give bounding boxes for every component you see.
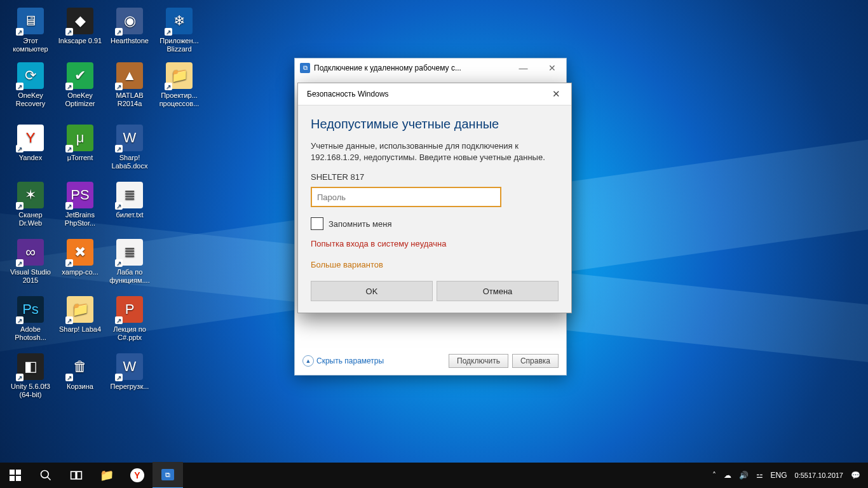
svg-rect-3 (16, 476, 21, 481)
desktop-icon-label: Unity 5.6.0f3 (64-bit) (6, 383, 55, 399)
desktop-icon-label: μTorrent (56, 154, 104, 162)
shortcut-arrow-icon: ↗ (16, 374, 24, 381)
shortcut-arrow-icon: ↗ (115, 202, 123, 210)
rdp-help-button[interactable]: Справка (512, 354, 559, 368)
unity-icon: ◧↗ (17, 353, 44, 380)
remember-label: Запомнить меня (329, 219, 391, 229)
rdp-connect-button[interactable]: Подключить (449, 354, 508, 368)
shortcut-arrow-icon: ↗ (16, 259, 24, 267)
svg-rect-6 (71, 471, 76, 479)
desktop-icon-word-sharp[interactable]: W↗Sharp! Laba5.docx (105, 125, 154, 170)
credentials-heading: Недопустимые учетные данные (311, 117, 559, 132)
desktop-icon-txt-laba[interactable]: ≣↗Лаба по функциям.... (105, 239, 154, 285)
desktop-icon-recycle[interactable]: 🗑↗Корзина (56, 353, 104, 391)
onekey-rec-icon: ⟳↗ (17, 62, 44, 89)
remember-me-option[interactable]: Запомнить меня (311, 217, 559, 230)
desktop-icon-word-per[interactable]: W↗Перегрузк... (105, 353, 154, 391)
rdp-title-text: Подключение к удаленному рабочему с... (314, 64, 461, 72)
rdp-minimize-button[interactable]: — (509, 58, 538, 78)
taskbar-yandex[interactable]: Y (122, 463, 153, 488)
shortcut-arrow-icon: ↗ (115, 145, 123, 152)
desktop-icon-label: Сканер Dr.Web (6, 211, 55, 227)
tray-clock[interactable]: 0:55 17.10.2017 (791, 463, 847, 488)
desktop-icon-unity[interactable]: ◧↗Unity 5.6.0f3 (64-bit) (6, 353, 55, 399)
task-view-button[interactable] (61, 463, 92, 488)
desktop-icon-label: Yandex (6, 154, 55, 162)
tray-network-icon[interactable]: ⚍ (752, 463, 767, 488)
desktop-icon-yandex[interactable]: Y↗Yandex (6, 125, 55, 162)
tray-language[interactable]: ENG (767, 463, 791, 488)
desktop-icon-xampp[interactable]: ✖↗xampp-co... (56, 239, 104, 276)
shortcut-arrow-icon: ↗ (16, 83, 24, 90)
shortcut-arrow-icon: ↗ (16, 316, 24, 324)
desktop-icon-onekey-rec[interactable]: ⟳↗OneKey Recovery (6, 62, 55, 108)
taskbar: 📁 Y ⧉ ˄ ☁ 🔊 ⚍ ENG 0:55 17.10.2017 💬 (0, 463, 868, 488)
desktop-icon-vs2015[interactable]: ∞↗Visual Studio 2015 (6, 239, 55, 285)
remember-checkbox[interactable] (311, 217, 323, 230)
taskbar-rdp[interactable]: ⧉ (153, 462, 183, 488)
rdp-close-button[interactable]: ✕ (538, 58, 566, 78)
more-options-link[interactable]: Больше вариантов (311, 260, 383, 269)
desktop-icon-label: JetBrains PhpStor... (56, 211, 104, 227)
ok-button[interactable]: OK (311, 281, 433, 301)
shortcut-arrow-icon: ↗ (65, 28, 73, 36)
desktop-icon-utorrent[interactable]: μ↗μTorrent (56, 125, 104, 162)
desktop-icon-drweb[interactable]: ✶↗Сканер Dr.Web (6, 182, 55, 227)
phpstorm-icon: PS↗ (67, 182, 93, 208)
desktop-icon-label: Корзина (56, 383, 104, 391)
svg-line-5 (48, 477, 51, 480)
cancel-button[interactable]: Отмена (437, 281, 559, 301)
rdp-hide-params-link[interactable]: ▲ Скрыть параметры (302, 355, 384, 367)
desktop-icon-photoshop[interactable]: Ps↗Adobe Photosh... (6, 296, 55, 342)
desktop-icon-folder-sharp[interactable]: 📁↗Sharp! Laba4 (56, 296, 104, 334)
desktop-icon-ppt[interactable]: P↗Лекция по C#.pptx (105, 296, 154, 342)
taskbar-explorer[interactable]: 📁 (92, 463, 122, 488)
desktop-icon-onekey-opt[interactable]: ✔↗OneKey Optimizer (56, 62, 104, 108)
rdp-icon: ⧉ (300, 63, 310, 73)
desktop-icon-inkscape[interactable]: ◆↗Inkscape 0.91 (56, 8, 104, 45)
shortcut-arrow-icon: ↗ (16, 145, 24, 152)
desktop-icon-hearthstone[interactable]: ◉↗Hearthstone (105, 8, 154, 45)
desktop-icon-label: xampp-co... (56, 268, 104, 276)
svg-rect-0 (10, 470, 15, 475)
tray-volume-icon[interactable]: 🔊 (735, 463, 752, 488)
tray-chevron-icon[interactable]: ˄ (709, 463, 720, 488)
shortcut-arrow-icon: ↗ (115, 83, 123, 90)
credentials-close-button[interactable]: ✕ (543, 83, 569, 105)
svg-rect-7 (77, 471, 81, 479)
desktop-icon-folder-proj[interactable]: 📁↗Проектир... процессов... (155, 62, 203, 108)
matlab-icon: ▲↗ (116, 62, 143, 89)
desktop-icon-blizzard[interactable]: ❄↗Приложен... Blizzard (155, 8, 203, 53)
tray-onedrive-icon[interactable]: ☁ (720, 463, 735, 488)
credentials-titlebar[interactable]: Безопасность Windows ✕ (298, 83, 571, 105)
utorrent-icon: μ↗ (67, 125, 93, 151)
credentials-message: Учетные данные, использованные для подкл… (311, 140, 559, 163)
desktop-icon-label: Проектир... процессов... (155, 92, 203, 108)
shortcut-arrow-icon: ↗ (115, 259, 123, 267)
shortcut-arrow-icon: ↗ (115, 28, 123, 36)
start-button[interactable] (0, 463, 31, 488)
desktop-icon-txt-bilet[interactable]: ≣↗билет.txt (105, 182, 154, 219)
vs2015-icon: ∞↗ (17, 239, 44, 266)
word-per-icon: W↗ (116, 353, 143, 380)
shortcut-arrow-icon: ↗ (165, 28, 172, 36)
svg-rect-1 (16, 470, 21, 475)
rdp-titlebar[interactable]: ⧉ Подключение к удаленному рабочему с...… (295, 58, 566, 78)
shortcut-arrow-icon: ↗ (65, 145, 73, 152)
desktop-icon-this-pc[interactable]: 🖥↗Этот компьютер (6, 8, 55, 53)
txt-bilet-icon: ≣↗ (116, 182, 143, 208)
desktop-icon-matlab[interactable]: ▲↗MATLAB R2014a (105, 62, 154, 108)
search-button[interactable] (31, 463, 61, 488)
password-input[interactable] (311, 187, 501, 207)
word-sharp-icon: W↗ (116, 125, 143, 151)
desktop-icon-label: OneKey Optimizer (56, 92, 104, 108)
desktop-icon-label: MATLAB R2014a (105, 92, 154, 108)
onekey-opt-icon: ✔↗ (67, 62, 93, 89)
desktop-icon-label: Sharp! Laba4 (56, 325, 104, 334)
shortcut-arrow-icon: ↗ (16, 28, 24, 36)
photoshop-icon: Ps↗ (17, 296, 44, 323)
desktop-icon-phpstorm[interactable]: PS↗JetBrains PhpStor... (56, 182, 104, 227)
desktop-icon-label: билет.txt (105, 211, 154, 219)
tray-notifications-icon[interactable]: 💬 (847, 463, 864, 488)
desktop-icon-label: Adobe Photosh... (6, 325, 55, 342)
